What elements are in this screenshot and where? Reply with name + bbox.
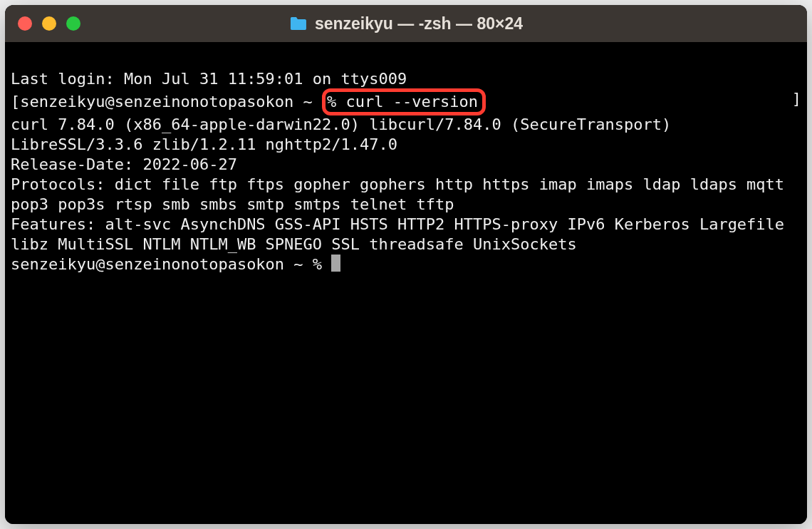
prompt-idle: senzeikyu@senzeinonotopasokon ~ %: [11, 255, 331, 273]
title-center: senzeikyu — -zsh — 80×24: [289, 14, 523, 34]
output-line: curl 7.84.0 (x86_64-apple-darwin22.0) li…: [11, 115, 801, 155]
cursor-icon: [331, 255, 340, 272]
last-login-line: Last login: Mon Jul 31 11:59:01 on ttys0…: [11, 69, 801, 89]
idle-prompt-line: senzeikyu@senzeinonotopasokon ~ %: [11, 255, 801, 274]
output-line: Features: alt-svc AsynchDNS GSS-API HSTS…: [11, 215, 801, 255]
window-title: senzeikyu — -zsh — 80×24: [315, 14, 523, 34]
output-line: Protocols: dict file ftp ftps gopher gop…: [11, 175, 801, 215]
traffic-lights: [18, 16, 80, 31]
folder-icon: [289, 16, 308, 31]
prompt-prefix: [senzeikyu@senzeinonotopasokon ~: [11, 93, 322, 111]
bracket-close: ]: [792, 89, 801, 109]
minimize-button[interactable]: [42, 16, 56, 31]
titlebar[interactable]: senzeikyu — -zsh — 80×24: [5, 5, 807, 42]
terminal-window: senzeikyu — -zsh — 80×24 Last login: Mon…: [5, 5, 807, 524]
highlighted-command: % curl --version: [322, 88, 486, 115]
terminal-body[interactable]: Last login: Mon Jul 31 11:59:01 on ttys0…: [5, 42, 807, 524]
close-button[interactable]: [18, 16, 32, 31]
command-prompt-line: [senzeikyu@senzeinonotopasokon ~ % curl …: [11, 89, 801, 115]
zoom-button[interactable]: [66, 16, 80, 31]
output-line: Release-Date: 2022-06-27: [11, 155, 801, 175]
